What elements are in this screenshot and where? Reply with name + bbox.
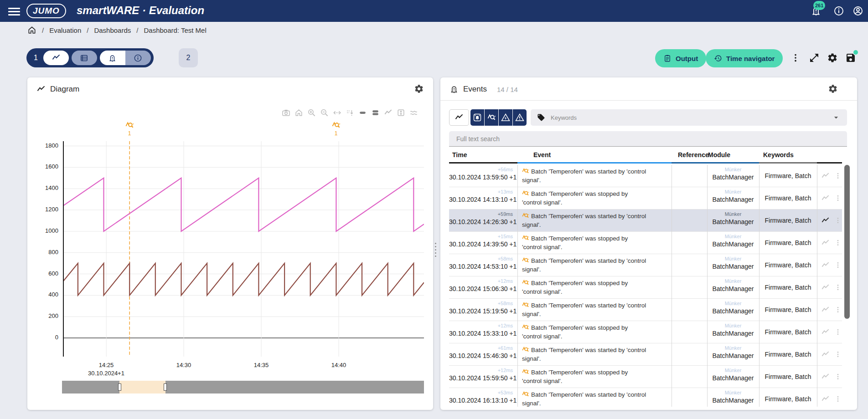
- dashboard-tab-2[interactable]: 2: [179, 48, 198, 67]
- reset-home-icon[interactable]: [294, 108, 303, 117]
- smooth-lines-icon[interactable]: [409, 108, 418, 117]
- fullscreen-icon[interactable]: [809, 52, 820, 63]
- table-row[interactable]: +61ms 30.10.2024 15:46:30 +1 Batch 'Temp…: [449, 343, 842, 366]
- hamburger-menu-icon[interactable]: [8, 6, 20, 16]
- table-row[interactable]: +12ms 30.10.2024 15:06:30 +1 Batch 'Temp…: [449, 276, 842, 299]
- event-time-offset: +56ms: [449, 167, 513, 173]
- output-button[interactable]: Output: [655, 49, 706, 67]
- zoom-out-icon[interactable]: [320, 108, 329, 117]
- events-table-header: Time Event Reference Module Keywords: [449, 150, 842, 163]
- breadcrumb-item-dashboards[interactable]: Dashboards: [94, 26, 131, 34]
- event-keywords-cell: Firmware, Batch: [759, 299, 817, 321]
- row-menu-kebab-icon[interactable]: [834, 187, 842, 209]
- row-menu-kebab-icon[interactable]: [834, 276, 842, 298]
- toggle-table-widget[interactable]: [72, 51, 97, 65]
- events-settings-gear-icon[interactable]: [828, 84, 838, 94]
- event-module-name: BatchManager: [707, 351, 759, 360]
- dashboard-tab-1[interactable]: 1: [26, 48, 154, 67]
- event-search-icon: [522, 257, 529, 264]
- toggle-diagram-widget[interactable]: [43, 51, 69, 65]
- autoscale-icon[interactable]: [397, 108, 405, 117]
- filter-alarms-button[interactable]: [470, 109, 484, 126]
- select-drag-icon[interactable]: [346, 108, 354, 117]
- full-text-search-input[interactable]: [449, 131, 847, 147]
- column-header-event[interactable]: Event: [533, 151, 551, 158]
- x-tick-label: 14:25: [88, 362, 124, 368]
- zoom-in-icon[interactable]: [307, 108, 316, 117]
- account-icon[interactable]: [852, 5, 863, 16]
- row-menu-kebab-icon[interactable]: [834, 388, 842, 407]
- table-row[interactable]: +12ms 30.10.2024 15:33:10 +1 Batch 'Temp…: [449, 321, 842, 343]
- panel-resize-handle[interactable]: [434, 236, 437, 263]
- event-marker[interactable]: 1: [125, 121, 134, 137]
- event-text-line1: Batch 'Temperofen' was started by 'contr…: [531, 347, 646, 353]
- line-mode-icon[interactable]: [384, 108, 393, 117]
- events-table-scrollbar[interactable]: [844, 165, 850, 319]
- table-row[interactable]: +58ms 30.10.2024 14:53:10 +1 Batch 'Temp…: [449, 254, 842, 276]
- show-in-chart-icon[interactable]: [819, 187, 831, 209]
- pan-horizontal-icon[interactable]: [333, 108, 341, 117]
- table-row[interactable]: +12ms 30.10.2024 15:59:50 +1 Batch 'Temp…: [449, 366, 842, 388]
- bell-icon: [108, 54, 117, 62]
- diagram-settings-gear-icon[interactable]: [414, 84, 424, 94]
- row-menu-kebab-icon[interactable]: [834, 210, 842, 231]
- show-in-chart-icon[interactable]: [819, 299, 831, 321]
- table-row[interactable]: +53ms 30.10.2024 16:13:10 +1 Batch 'Temp…: [449, 388, 842, 407]
- range-slider-handle-left[interactable]: [118, 383, 121, 391]
- home-icon[interactable]: [27, 26, 36, 35]
- event-marker[interactable]: 1: [331, 121, 341, 137]
- show-in-chart-icon[interactable]: [819, 165, 831, 187]
- filter-errors-button[interactable]: [499, 109, 512, 126]
- show-in-chart-icon[interactable]: [819, 343, 831, 365]
- range-slider-handle-right[interactable]: [164, 383, 167, 391]
- table-row[interactable]: +56ms 30.10.2024 13:59:50 +1 Batch 'Temp…: [449, 165, 842, 187]
- toggle-info-widget[interactable]: [125, 51, 151, 65]
- filter-warnings-button[interactable]: [513, 109, 527, 126]
- snapshot-camera-icon[interactable]: [282, 108, 290, 117]
- table-row[interactable]: +15ms 30.10.2024 14:39:50 +1 Batch 'Temp…: [449, 232, 842, 254]
- row-menu-kebab-icon[interactable]: [834, 232, 842, 254]
- event-module-name: BatchManager: [707, 195, 759, 204]
- row-menu-kebab-icon[interactable]: [834, 343, 842, 365]
- range-slider-selection[interactable]: [119, 381, 165, 393]
- show-in-chart-icon[interactable]: [819, 276, 831, 298]
- event-timestamp: 30.10.2024 16:13:10 +1: [449, 396, 513, 405]
- app-root: JUMO smartWARE · Evaluation 261 / Evalua…: [0, 0, 868, 419]
- show-in-chart-icon[interactable]: [819, 366, 831, 388]
- show-in-chart-icon[interactable]: [819, 232, 831, 254]
- row-menu-kebab-icon[interactable]: [834, 299, 842, 321]
- row-menu-kebab-icon[interactable]: [834, 321, 842, 343]
- table-row[interactable]: +59ms 30.10.2024 14:26:30 +1 Batch 'Temp…: [449, 210, 842, 232]
- row-menu-kebab-icon[interactable]: [834, 254, 842, 276]
- time-range-slider[interactable]: [62, 381, 424, 393]
- column-header-keywords[interactable]: Keywords: [763, 151, 794, 158]
- info-icon[interactable]: [833, 5, 844, 16]
- more-options-kebab-icon[interactable]: [790, 52, 801, 63]
- show-in-chart-icon[interactable]: [819, 210, 831, 231]
- show-in-chart-icon[interactable]: [819, 388, 831, 407]
- toggle-events-widget[interactable]: [100, 51, 125, 65]
- event-time-offset: +13ms: [449, 189, 513, 195]
- column-header-reference[interactable]: Reference: [678, 151, 709, 158]
- breadcrumb-item-evaluation[interactable]: Evaluation: [49, 26, 81, 34]
- show-in-chart-icon[interactable]: [819, 321, 831, 343]
- chart-icon: [455, 113, 464, 122]
- table-row[interactable]: +13ms 30.10.2024 14:13:10 +1 Batch 'Temp…: [449, 187, 842, 210]
- event-reference-cell: [672, 321, 707, 343]
- table-row[interactable]: +58ms 30.10.2024 15:19:50 +1 Batch 'Temp…: [449, 299, 842, 321]
- settings-gear-icon[interactable]: [827, 52, 838, 63]
- time-navigator-button[interactable]: Time navigator: [706, 49, 783, 67]
- row-menu-kebab-icon[interactable]: [834, 165, 842, 187]
- column-header-module[interactable]: Module: [708, 151, 730, 158]
- row-menu-kebab-icon[interactable]: [834, 366, 842, 388]
- single-axis-icon[interactable]: [358, 108, 367, 117]
- stacked-axes-icon[interactable]: [371, 108, 380, 117]
- event-marker-icon: [125, 121, 134, 130]
- tab-1-number: 1: [34, 54, 38, 62]
- filter-analysis-events-button[interactable]: [485, 109, 498, 126]
- show-in-chart-icon[interactable]: [819, 254, 831, 276]
- chart-plot-area[interactable]: [63, 141, 424, 357]
- filter-chart-events-button[interactable]: [449, 109, 469, 126]
- column-header-time[interactable]: Time: [452, 151, 467, 158]
- keywords-select[interactable]: Keywords: [531, 109, 847, 126]
